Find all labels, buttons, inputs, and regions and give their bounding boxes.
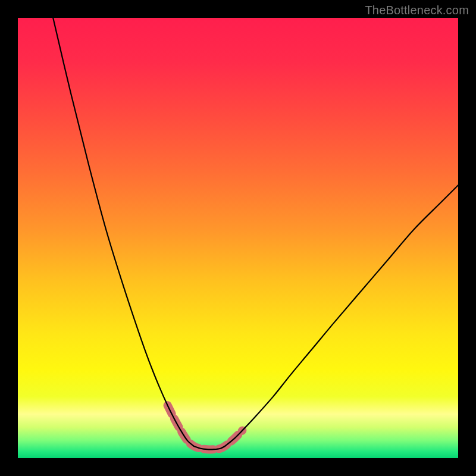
chart-plot-area xyxy=(18,18,458,458)
left-curve-path xyxy=(53,18,194,446)
watermark-text: TheBottleneck.com xyxy=(365,4,469,17)
chart-frame: TheBottleneck.com xyxy=(0,0,476,476)
chart-curves xyxy=(18,18,458,458)
right-curve-path xyxy=(225,185,458,446)
